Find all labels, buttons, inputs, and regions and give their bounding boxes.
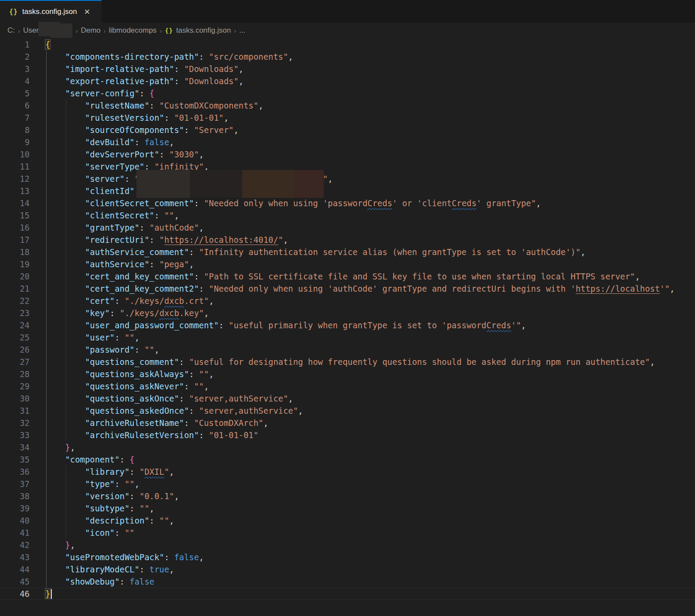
- code-line-text: "libraryModeCL": true,: [45, 563, 174, 575]
- breadcrumb-item-demo[interactable]: Demo: [81, 26, 100, 35]
- code-line[interactable]: 21 "cert_and_key_comment2": "Needed only…: [0, 282, 695, 295]
- code-line[interactable]: 10 "devServerPort": "3030",: [0, 148, 695, 160]
- code-token: "": [164, 211, 174, 220]
- code-token: "rulesetName": [85, 101, 149, 110]
- code-token: dxcb: [159, 308, 180, 318]
- code-token: "authService_comment": [85, 247, 189, 257]
- code-line[interactable]: 18 "authService_comment": "Infinity auth…: [0, 246, 695, 258]
- code-token: "subtype": [85, 504, 129, 513]
- code-line[interactable]: 5 "server-config": {: [0, 87, 695, 99]
- code-line[interactable]: 11 "serverType": "infinity",: [0, 160, 695, 173]
- code-line[interactable]: 9 "devBuild": false,: [0, 136, 695, 148]
- code-token: "clientId": [85, 186, 135, 196]
- breadcrumb-item-libmodecomps[interactable]: libmodecomps: [109, 26, 157, 35]
- code-line[interactable]: 27 "questions_comment": "useful for desi…: [0, 356, 695, 368]
- code-line[interactable]: 20 "cert_and_key_comment": "Path to SSL …: [0, 270, 695, 282]
- code-token: "./keys/: [120, 308, 159, 318]
- code-line[interactable]: 24 "user_and_password_comment": "useful …: [0, 319, 695, 331]
- code-line[interactable]: 25 "user": "",: [0, 331, 695, 344]
- code-line[interactable]: 2 "components-directory-path": "src/comp…: [0, 51, 695, 63]
- code-line[interactable]: 38 "version": "0.0.1",: [0, 490, 695, 502]
- code-token: false: [174, 552, 199, 562]
- code-line[interactable]: 39 "subtype": "",: [0, 502, 695, 514]
- text-cursor: [51, 589, 52, 599]
- code-line[interactable]: 45 "showDebug": false: [0, 575, 695, 588]
- code-token: "server": [85, 174, 125, 184]
- code-line[interactable]: 42 },: [0, 539, 695, 551]
- code-line[interactable]: 6 "rulesetName": "CustomDXComponents",: [0, 99, 695, 112]
- code-line[interactable]: 30 "questions_askOnce": "server,authServ…: [0, 392, 695, 405]
- code-token: ,: [239, 64, 244, 74]
- code-line[interactable]: 1{: [0, 38, 695, 51]
- code-token: ,: [224, 113, 228, 123]
- code-token: :: [129, 467, 139, 476]
- code-line[interactable]: 40 "description": "",: [0, 514, 695, 527]
- indent-whitespace: [45, 552, 65, 562]
- code-token: ,: [209, 369, 214, 379]
- code-line-text: "components-directory-path": "src/compon…: [45, 51, 293, 63]
- code-token: '": [511, 320, 521, 330]
- code-token: "user_and_password_comment": [85, 320, 219, 330]
- code-line[interactable]: 3 "import-relative-path": "Downloads",: [0, 63, 695, 75]
- code-line[interactable]: 8 "sourceOfComponents": "Server",: [0, 124, 695, 136]
- code-token: ' grantType": [477, 198, 536, 208]
- code-token: :: [135, 137, 145, 147]
- code-line[interactable]: 34 },: [0, 441, 695, 453]
- code-token: "01-01-01": [209, 430, 258, 440]
- code-token: ,: [169, 565, 174, 574]
- code-token: "archiveRulesetVersion": [85, 430, 199, 440]
- code-token: "serverType": [85, 162, 144, 171]
- code-line[interactable]: 29 "questions_askNever": "",: [0, 380, 695, 392]
- code-line[interactable]: 15 "clientSecret": "",: [0, 209, 695, 221]
- code-line[interactable]: 32 "archiveRulesetName": "CustomDXArch",: [0, 417, 695, 429]
- code-token: :: [189, 406, 199, 415]
- code-line[interactable]: 23 "key": "./keys/dxcb.key",: [0, 307, 695, 319]
- code-token: "user": [85, 333, 115, 342]
- breadcrumb-item-drive[interactable]: C:: [7, 26, 15, 35]
- code-token: ,: [70, 442, 75, 452]
- code-token: "type": [85, 479, 115, 489]
- code-token: ,: [288, 394, 293, 403]
- code-line[interactable]: 46}: [0, 588, 695, 600]
- code-line[interactable]: 44 "libraryModeCL": true,: [0, 563, 695, 575]
- code-line[interactable]: 33 "archiveRulesetVersion": "01-01-01": [0, 429, 695, 441]
- indent-whitespace: [45, 394, 85, 403]
- code-line[interactable]: 43 "usePromotedWebPack": false,: [0, 551, 695, 563]
- code-line[interactable]: 4 "export-relative-path": "Downloads",: [0, 75, 695, 87]
- code-token: ,: [288, 52, 293, 61]
- code-line[interactable]: 13 "clientId": [0, 185, 695, 197]
- code-token: true: [149, 565, 170, 574]
- code-token: "Path to SSL certificate file and SSL ke…: [204, 272, 635, 281]
- indent-whitespace: [45, 430, 85, 440]
- code-token: "questions_askNever": [85, 381, 184, 391]
- code-line[interactable]: 7 "rulesetVersion": "01-01-01",: [0, 112, 695, 124]
- breadcrumb-item-file[interactable]: tasks.config.json: [176, 26, 231, 35]
- code-token: "Needed only when using 'password: [204, 198, 367, 208]
- code-line[interactable]: 35 "component": {: [0, 453, 695, 466]
- code-token: :: [174, 64, 184, 74]
- line-number: 36: [0, 466, 30, 478]
- indent-whitespace: [45, 223, 85, 232]
- tab-tasks-config-json[interactable]: {} tasks.config.json ✕: [0, 0, 102, 23]
- code-line[interactable]: 26 "password": "",: [0, 344, 695, 356]
- line-number: 40: [0, 514, 30, 527]
- code-line[interactable]: 17 "redirectUri": "https://localhost:401…: [0, 234, 695, 246]
- code-line[interactable]: 12 "server": " ",: [0, 173, 695, 185]
- code-token: :: [199, 52, 209, 61]
- breadcrumb-item-more[interactable]: ...: [239, 26, 245, 35]
- code-token: ,: [204, 381, 209, 391]
- tab-close-icon[interactable]: ✕: [84, 8, 90, 16]
- code-line[interactable]: 37 "type": "",: [0, 478, 695, 490]
- code-line[interactable]: 41 "icon": "": [0, 527, 695, 539]
- code-line[interactable]: 19 "authService": "pega",: [0, 258, 695, 270]
- code-line[interactable]: 28 "questions_askAlways": "",: [0, 368, 695, 380]
- code-line[interactable]: 36 "library": "DXIL",: [0, 466, 695, 478]
- code-line[interactable]: 31 "questions_askedOnce": "server,authSe…: [0, 405, 695, 417]
- line-number: 15: [0, 209, 30, 221]
- code-line[interactable]: 16 "grantType": "authCode",: [0, 221, 695, 234]
- code-line[interactable]: 14 "clientSecret_comment": "Needed only …: [0, 197, 695, 209]
- code-line[interactable]: 22 "cert": "./keys/dxcb.crt",: [0, 295, 695, 307]
- code-token: ,: [189, 259, 194, 269]
- line-number: 17: [0, 234, 30, 246]
- code-token: '": [660, 284, 670, 293]
